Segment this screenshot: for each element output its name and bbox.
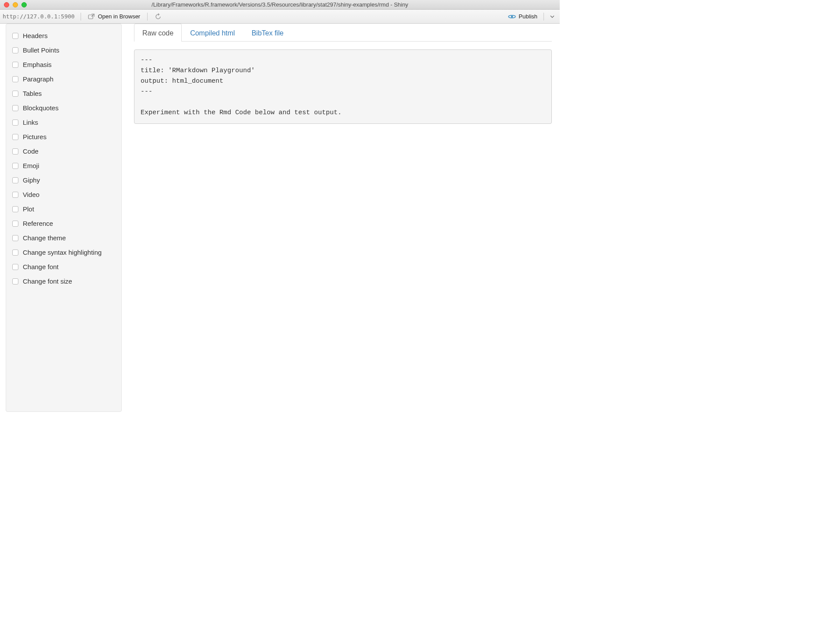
checkbox-label: Change font size xyxy=(23,277,72,285)
checkbox-row-bullet-points[interactable]: Bullet Points xyxy=(12,46,115,54)
checkbox-row-code[interactable]: Code xyxy=(12,147,115,155)
checkbox-row-links[interactable]: Links xyxy=(12,119,115,126)
checkbox-row-change-font-size[interactable]: Change font size xyxy=(12,277,115,285)
main-panel: Raw codeCompiled htmlBibTex file --- tit… xyxy=(122,24,560,412)
toolbar: http://127.0.0.1:5900 Open in Browser xyxy=(0,10,560,24)
reload-button[interactable] xyxy=(152,12,164,21)
checkbox-label: Change font xyxy=(23,263,59,270)
checkbox-label: Headers xyxy=(23,32,48,39)
publish-label: Publish xyxy=(519,13,537,20)
open-in-browser-label: Open in Browser xyxy=(98,13,140,20)
checkbox-label: Bullet Points xyxy=(23,46,59,54)
checkbox-label: Reference xyxy=(23,220,53,227)
checkbox-row-blockquotes[interactable]: Blockquotes xyxy=(12,104,115,112)
checkbox-label: Video xyxy=(23,191,39,198)
checkbox-label: Change theme xyxy=(23,234,66,242)
traffic-lights xyxy=(0,2,27,7)
checkbox-label: Giphy xyxy=(23,176,40,184)
checkbox-input[interactable] xyxy=(12,278,18,284)
checkbox-row-change-font[interactable]: Change font xyxy=(12,263,115,270)
checkbox-label: Plot xyxy=(23,205,34,213)
checkbox-input[interactable] xyxy=(12,148,18,154)
checkbox-label: Links xyxy=(23,119,38,126)
checkbox-row-headers[interactable]: Headers xyxy=(12,32,115,39)
tab-bar: Raw codeCompiled htmlBibTex file xyxy=(134,24,552,42)
checkbox-input[interactable] xyxy=(12,177,18,183)
checkbox-label: Change syntax highlighting xyxy=(23,249,102,256)
checkbox-row-change-syntax-highlighting[interactable]: Change syntax highlighting xyxy=(12,249,115,256)
checkbox-row-reference[interactable]: Reference xyxy=(12,220,115,227)
toolbar-separator xyxy=(81,13,81,21)
checkbox-input[interactable] xyxy=(12,134,18,140)
toolbar-right: Publish xyxy=(505,12,557,21)
checkbox-row-giphy[interactable]: Giphy xyxy=(12,176,115,184)
checkbox-row-tables[interactable]: Tables xyxy=(12,90,115,97)
checkbox-label: Tables xyxy=(23,90,42,97)
open-in-browser-button[interactable]: Open in Browser xyxy=(85,12,143,21)
checkbox-row-video[interactable]: Video xyxy=(12,191,115,198)
checkbox-label: Blockquotes xyxy=(23,104,59,112)
popout-icon xyxy=(88,14,95,20)
checkbox-row-emphasis[interactable]: Emphasis xyxy=(12,61,115,68)
tab-bibtex-file[interactable]: BibTex file xyxy=(243,24,292,42)
checkbox-row-paragraph[interactable]: Paragraph xyxy=(12,75,115,83)
checkbox-label: Paragraph xyxy=(23,75,53,83)
toolbar-left: http://127.0.0.1:5900 Open in Browser xyxy=(3,12,164,21)
checkbox-label: Emoji xyxy=(23,162,39,169)
checkbox-input[interactable] xyxy=(12,47,18,53)
checkbox-input[interactable] xyxy=(12,76,18,82)
publish-icon xyxy=(508,14,516,20)
checkbox-row-emoji[interactable]: Emoji xyxy=(12,162,115,169)
checkbox-input[interactable] xyxy=(12,119,18,126)
tab-compiled-html[interactable]: Compiled html xyxy=(182,24,243,42)
close-window-button[interactable] xyxy=(4,2,9,7)
toolbar-separator xyxy=(147,13,148,21)
url-display: http://127.0.0.1:5900 xyxy=(3,13,76,20)
publish-button[interactable]: Publish xyxy=(505,12,540,21)
raw-code-panel[interactable]: --- title: 'RMarkdown Playground' output… xyxy=(134,49,552,124)
checkbox-input[interactable] xyxy=(12,249,18,256)
publish-dropdown-button[interactable] xyxy=(547,14,557,19)
sidebar: HeadersBullet PointsEmphasisParagraphTab… xyxy=(6,24,122,412)
svg-point-1 xyxy=(511,15,513,17)
maximize-window-button[interactable] xyxy=(21,2,27,7)
titlebar: /Library/Frameworks/R.framework/Versions… xyxy=(0,0,560,10)
checkbox-input[interactable] xyxy=(12,105,18,111)
svg-rect-0 xyxy=(88,15,93,19)
checkbox-input[interactable] xyxy=(12,221,18,227)
checkbox-input[interactable] xyxy=(12,235,18,241)
checkbox-input[interactable] xyxy=(12,62,18,68)
checkbox-label: Code xyxy=(23,147,39,155)
checkbox-input[interactable] xyxy=(12,91,18,97)
caret-down-icon xyxy=(550,15,554,18)
checkbox-input[interactable] xyxy=(12,206,18,212)
checkbox-input[interactable] xyxy=(12,33,18,39)
checkbox-input[interactable] xyxy=(12,264,18,270)
checkbox-input[interactable] xyxy=(12,192,18,198)
content: HeadersBullet PointsEmphasisParagraphTab… xyxy=(0,24,560,412)
toolbar-separator xyxy=(544,13,544,21)
window-title: /Library/Frameworks/R.framework/Versions… xyxy=(0,1,560,8)
minimize-window-button[interactable] xyxy=(13,2,18,7)
checkbox-row-plot[interactable]: Plot xyxy=(12,205,115,213)
checkbox-row-pictures[interactable]: Pictures xyxy=(12,133,115,140)
tab-raw-code[interactable]: Raw code xyxy=(134,24,182,42)
checkbox-input[interactable] xyxy=(12,163,18,169)
checkbox-label: Pictures xyxy=(23,133,46,140)
checkbox-row-change-theme[interactable]: Change theme xyxy=(12,234,115,242)
checkbox-label: Emphasis xyxy=(23,61,52,68)
reload-icon xyxy=(155,13,162,20)
